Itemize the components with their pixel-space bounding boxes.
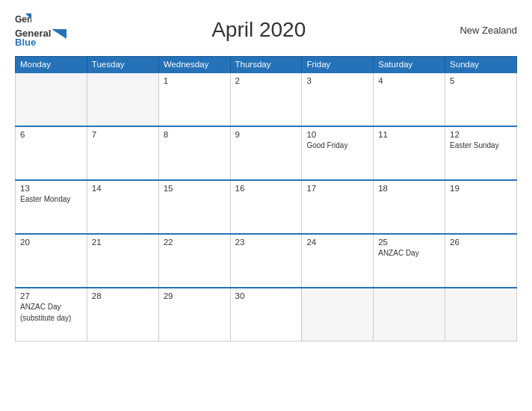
day-number: 13 <box>20 184 82 193</box>
day-event: Good Friday <box>306 140 368 150</box>
calendar-cell: 11 <box>374 126 445 180</box>
calendar-cell: 17 <box>302 180 374 234</box>
calendar-week-4: 27ANZAC Day(substitute day)282930 <box>16 288 517 342</box>
weekday-header-sunday: Sunday <box>445 56 517 72</box>
day-number: 29 <box>164 291 226 300</box>
calendar-cell: 30 <box>230 288 302 342</box>
day-event: ANZAC Day <box>20 302 82 312</box>
calendar-cell: 14 <box>87 180 158 234</box>
day-number: 27 <box>20 291 82 300</box>
calendar-page: General General Blue April 2020 New Zeal… <box>0 0 532 411</box>
day-event: (substitute day) <box>20 313 82 323</box>
day-number: 25 <box>378 238 440 247</box>
day-number: 14 <box>92 184 154 193</box>
logo-blue-text: Blue <box>15 37 67 48</box>
weekday-header-tuesday: Tuesday <box>87 56 158 72</box>
day-number: 23 <box>235 238 297 247</box>
calendar-week-1: 678910Good Friday1112Easter Sunday <box>16 126 517 180</box>
weekday-header-wednesday: Wednesday <box>158 56 230 72</box>
calendar-week-3: 202122232425ANZAC Day26 <box>16 234 517 288</box>
calendar-cell: 7 <box>87 126 158 180</box>
day-number: 20 <box>20 238 82 247</box>
calendar-week-2: 13Easter Monday141516171819 <box>16 180 517 234</box>
logo-icon: General <box>15 12 31 28</box>
day-number: 7 <box>92 130 154 139</box>
calendar-cell: 4 <box>374 72 445 126</box>
calendar-cell: 8 <box>158 126 230 180</box>
day-event: ANZAC Day <box>378 248 440 258</box>
calendar-cell: 18 <box>374 180 445 234</box>
weekday-header-thursday: Thursday <box>230 56 302 72</box>
day-number: 28 <box>92 291 154 300</box>
calendar-cell <box>374 288 445 342</box>
weekday-header-row: MondayTuesdayWednesdayThursdayFridaySatu… <box>16 56 517 72</box>
calendar-cell: 10Good Friday <box>302 126 374 180</box>
calendar-cell: 16 <box>230 180 302 234</box>
day-number: 9 <box>235 130 297 139</box>
calendar-cell: 13Easter Monday <box>16 180 87 234</box>
calendar-cell: 15 <box>158 180 230 234</box>
day-number: 15 <box>164 184 226 193</box>
day-number: 19 <box>450 184 512 193</box>
day-number: 18 <box>378 184 440 193</box>
calendar-cell <box>16 72 87 126</box>
day-number: 12 <box>450 130 512 139</box>
day-number: 21 <box>92 238 154 247</box>
day-number: 16 <box>235 184 297 193</box>
calendar-cell: 29 <box>158 288 230 342</box>
calendar-cell: 26 <box>445 234 517 288</box>
calendar-cell: 9 <box>230 126 302 180</box>
calendar-cell: 3 <box>302 72 374 126</box>
calendar-cell: 22 <box>158 234 230 288</box>
day-number: 17 <box>306 184 368 193</box>
calendar-cell: 20 <box>16 234 87 288</box>
calendar-cell: 5 <box>445 72 517 126</box>
calendar-cell: 27ANZAC Day(substitute day) <box>16 288 87 342</box>
calendar-cell: 21 <box>87 234 158 288</box>
calendar-cell: 25ANZAC Day <box>374 234 445 288</box>
day-number: 3 <box>306 76 368 85</box>
day-number: 2 <box>235 76 297 85</box>
weekday-header-friday: Friday <box>302 56 374 72</box>
country-label: New Zealand <box>450 25 517 36</box>
calendar-cell: 23 <box>230 234 302 288</box>
day-number: 11 <box>378 130 440 139</box>
calendar-week-0: 12345 <box>16 72 517 126</box>
day-number: 1 <box>164 76 226 85</box>
calendar-cell: 24 <box>302 234 374 288</box>
day-event: Easter Sunday <box>450 140 512 150</box>
calendar-cell <box>302 288 374 342</box>
weekday-header-saturday: Saturday <box>374 56 445 72</box>
calendar-cell <box>87 72 158 126</box>
day-number: 4 <box>378 76 440 85</box>
calendar-table: MondayTuesdayWednesdayThursdayFridaySatu… <box>15 56 517 342</box>
day-event: Easter Monday <box>20 194 82 204</box>
calendar-cell: 2 <box>230 72 302 126</box>
calendar-cell <box>445 288 517 342</box>
day-number: 24 <box>306 238 368 247</box>
calendar-cell: 1 <box>158 72 230 126</box>
calendar-cell: 12Easter Sunday <box>445 126 517 180</box>
day-number: 5 <box>450 76 512 85</box>
weekday-header-monday: Monday <box>16 56 87 72</box>
calendar-body: 12345678910Good Friday1112Easter Sunday1… <box>16 72 517 342</box>
calendar-cell: 6 <box>16 126 87 180</box>
month-title: April 2020 <box>67 18 450 42</box>
logo: General General Blue <box>15 12 67 49</box>
day-number: 6 <box>20 130 82 139</box>
header: General General Blue April 2020 New Zeal… <box>15 12 517 49</box>
day-number: 8 <box>164 130 226 139</box>
calendar-cell: 19 <box>445 180 517 234</box>
calendar-cell: 28 <box>87 288 158 342</box>
day-number: 26 <box>450 238 512 247</box>
day-number: 10 <box>306 130 368 139</box>
day-number: 22 <box>164 238 226 247</box>
day-number: 30 <box>235 291 297 300</box>
calendar-header: MondayTuesdayWednesdayThursdayFridaySatu… <box>16 56 517 72</box>
